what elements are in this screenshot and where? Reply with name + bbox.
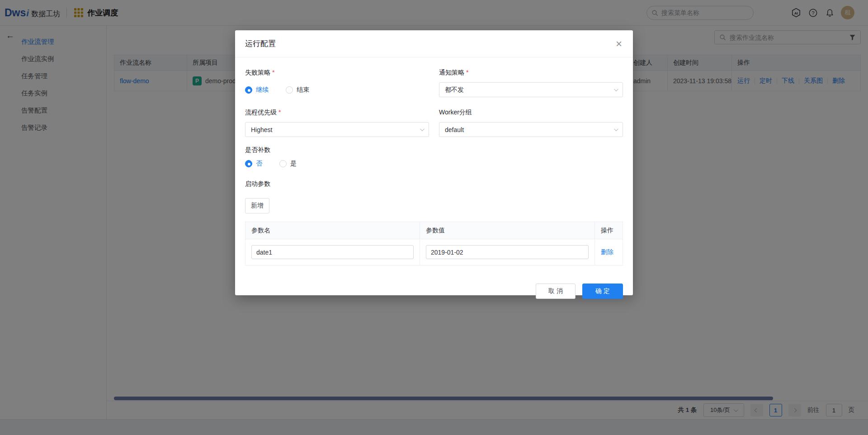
field-label: 是否补数 [245, 146, 270, 153]
params-table: 参数名 参数值 操作 删除 [245, 222, 623, 265]
field-label: 通知策略 [439, 69, 464, 76]
modal-body: 失败策略* 继续 结束 通知策略* 都不发 流程优先级* [235, 57, 633, 265]
radio-label: 继续 [256, 86, 269, 94]
field-priority: 流程优先级* Highest [245, 97, 429, 137]
backfill-radio-group: 否 是 [245, 160, 623, 167]
page: Dws i 数据工坊 作业调度 AI ? [0, 0, 868, 435]
radio-dot-icon [245, 160, 252, 167]
radio-continue[interactable]: 继续 [245, 86, 269, 94]
failure-strategy-radio-group: 继续 结束 [245, 82, 429, 97]
notify-strategy-value: 都不发 [445, 86, 464, 94]
params-table-header: 参数名 参数值 操作 [245, 222, 623, 239]
field-startup-params: 启动参数 新增 参数名 参数值 操作 删除 [245, 180, 623, 265]
add-param-button[interactable]: 新增 [245, 198, 269, 213]
chevron-down-icon [614, 87, 618, 91]
notify-strategy-select[interactable]: 都不发 [439, 82, 623, 97]
radio-dot-icon [286, 86, 293, 94]
field-notify-strategy: 通知策略* 都不发 [439, 57, 623, 97]
param-action-col: 操作 [595, 222, 623, 239]
modal-footer: 取 消 确 定 [235, 284, 633, 299]
radio-label: 否 [256, 160, 262, 168]
required-mark: * [278, 109, 281, 116]
close-icon[interactable]: × [616, 38, 622, 49]
radio-dot-icon [245, 86, 252, 94]
param-value-col: 参数值 [420, 222, 595, 239]
param-value-input[interactable] [426, 245, 589, 259]
worker-group-value: default [445, 126, 464, 133]
required-mark: * [466, 69, 468, 76]
worker-group-select[interactable]: default [439, 122, 623, 137]
run-config-modal: 运行配置 × 失败策略* 继续 结束 通知策略* 都不发 [235, 30, 633, 295]
radio-yes[interactable]: 是 [279, 160, 297, 168]
radio-dot-icon [279, 160, 287, 167]
field-label: Worker分组 [439, 109, 472, 116]
field-backfill: 是否补数 否 是 [245, 146, 623, 167]
priority-select[interactable]: Highest [245, 122, 429, 137]
cancel-button[interactable]: 取 消 [536, 284, 576, 299]
modal-title: 运行配置 [245, 38, 276, 49]
radio-label: 结束 [297, 86, 309, 94]
field-label: 失败策略 [245, 69, 270, 76]
param-name-input[interactable] [251, 245, 414, 259]
params-table-row: 删除 [245, 239, 623, 265]
modal-header: 运行配置 × [235, 30, 633, 57]
field-label: 流程优先级 [245, 109, 277, 116]
param-delete-link[interactable]: 删除 [601, 248, 613, 256]
field-failure-strategy: 失败策略* 继续 结束 [245, 57, 429, 97]
radio-end[interactable]: 结束 [286, 86, 309, 94]
chevron-down-icon [614, 127, 618, 131]
field-worker-group: Worker分组 default [439, 97, 623, 137]
required-mark: * [272, 69, 274, 76]
chevron-down-icon [420, 127, 425, 131]
priority-value: Highest [251, 126, 272, 133]
field-label: 启动参数 [245, 180, 270, 187]
radio-no[interactable]: 否 [245, 160, 262, 168]
confirm-button[interactable]: 确 定 [582, 284, 623, 299]
radio-label: 是 [290, 160, 297, 168]
param-name-col: 参数名 [245, 222, 420, 239]
